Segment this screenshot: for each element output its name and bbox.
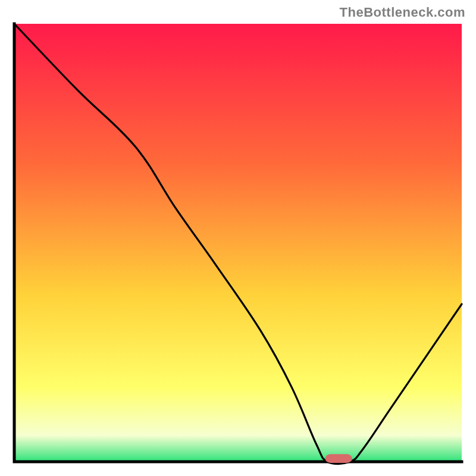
chart-container bbox=[11, 20, 465, 465]
plot-background bbox=[14, 24, 462, 462]
optimal-marker bbox=[325, 454, 352, 463]
bottleneck-chart bbox=[11, 20, 465, 465]
watermark-text: TheBottleneck.com bbox=[340, 5, 465, 20]
